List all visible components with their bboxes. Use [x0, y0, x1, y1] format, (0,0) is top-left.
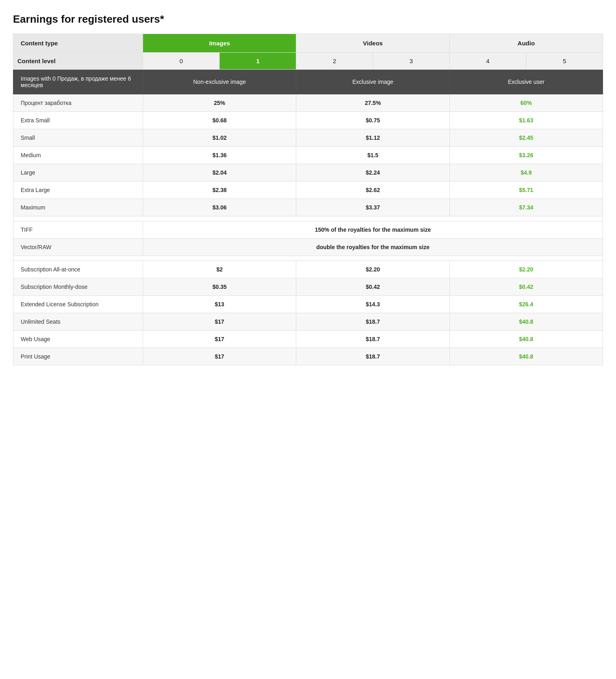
vector-value: double the royalties for the maximum siz… [143, 239, 603, 256]
row-val1: $0.68 [143, 112, 296, 129]
tiff-row: TIFF 150% of the royalties for the maxim… [13, 221, 603, 239]
row-val3: $5.71 [449, 181, 603, 199]
row-val1: $1.02 [143, 129, 296, 147]
row-label: Web Usage [13, 331, 143, 348]
row-val1: $17 [143, 313, 296, 331]
content-type-header-row: Content type Images Videos Audio [13, 34, 603, 53]
row-val3: $40.8 [449, 331, 603, 348]
row-val3: $4.9 [449, 164, 603, 181]
row-val2: 27.5% [296, 94, 449, 112]
row-label: Medium [13, 147, 143, 164]
row-val1: 25% [143, 94, 296, 112]
row-val1: $13 [143, 296, 296, 313]
dark-header-col3: Exclusive user [449, 70, 603, 94]
table-row: Small $1.02 $1.12 $2.45 [13, 129, 603, 147]
table-row: Maximum $3.06 $3.37 $7.34 [13, 199, 603, 216]
row-val2: $2.20 [296, 261, 449, 278]
row-val1: $2 [143, 261, 296, 278]
page-title: Earnings for registered users* [13, 13, 603, 26]
separator-row [13, 216, 603, 221]
vector-row: Vector/RAW double the royalties for the … [13, 239, 603, 256]
row-val3: $1.63 [449, 112, 603, 129]
table-row: Large $2.04 $2.24 $4.9 [13, 164, 603, 181]
row-val2: $18.7 [296, 331, 449, 348]
row-val1: $17 [143, 348, 296, 365]
table-row: Web Usage $17 $18.7 $40.8 [13, 331, 603, 348]
row-val3: $2.20 [449, 261, 603, 278]
row-label: Small [13, 129, 143, 147]
row-label: Large [13, 164, 143, 181]
row-val2: $0.42 [296, 278, 449, 296]
row-val3: 60% [449, 94, 603, 112]
dark-header-label: Images with 0 Продаж, в продаже менее 6 … [13, 70, 143, 94]
row-val1: $2.04 [143, 164, 296, 181]
content-level-label: Content level [13, 53, 143, 70]
videos-header[interactable]: Videos [296, 34, 449, 53]
content-level-header-row: Content level 0 1 2 3 4 5 [13, 53, 603, 70]
table-row: Medium $1.36 $1.5 $3.26 [13, 147, 603, 164]
table-row: Процент заработка 25% 27.5% 60% [13, 94, 603, 112]
vector-label: Vector/RAW [13, 239, 143, 256]
row-val3: $40.8 [449, 348, 603, 365]
row-label: Процент заработка [13, 94, 143, 112]
separator-row-2 [13, 256, 603, 261]
tiff-value: 150% of the royalties for the maximum si… [143, 221, 603, 239]
level-4[interactable]: 4 [449, 53, 526, 70]
row-label: Subscription Monthly-dose [13, 278, 143, 296]
row-val2: $2.62 [296, 181, 449, 199]
content-type-label: Content type [13, 34, 143, 53]
row-val1: $2.38 [143, 181, 296, 199]
table-row: Unlimited Seats $17 $18.7 $40.8 [13, 313, 603, 331]
row-val3: $7.34 [449, 199, 603, 216]
row-val2: $18.7 [296, 348, 449, 365]
row-label: Subscription All-at-once [13, 261, 143, 278]
table-row: Extended License Subscription $13 $14.3 … [13, 296, 603, 313]
table-row: Print Usage $17 $18.7 $40.8 [13, 348, 603, 365]
row-val2: $2.24 [296, 164, 449, 181]
level-1[interactable]: 1 [220, 53, 296, 70]
table-row: Extra Large $2.38 $2.62 $5.71 [13, 181, 603, 199]
row-val1: $1.36 [143, 147, 296, 164]
row-val1: $3.06 [143, 199, 296, 216]
dark-header-col2: Exclusive image [296, 70, 449, 94]
earnings-table: Content type Images Videos Audio Content… [13, 34, 603, 365]
level-0[interactable]: 0 [143, 53, 220, 70]
table-row: Subscription All-at-once $2 $2.20 $2.20 [13, 261, 603, 278]
table-row: Extra Small $0.68 $0.75 $1.63 [13, 112, 603, 129]
row-val2: $1.5 [296, 147, 449, 164]
audio-header[interactable]: Audio [449, 34, 603, 53]
row-label: Extra Small [13, 112, 143, 129]
row-label: Extra Large [13, 181, 143, 199]
row-val2: $18.7 [296, 313, 449, 331]
row-label: Unlimited Seats [13, 313, 143, 331]
images-header[interactable]: Images [143, 34, 296, 53]
row-val3: $3.26 [449, 147, 603, 164]
dark-header-col1: Non-exclusive image [143, 70, 296, 94]
row-val2: $3.37 [296, 199, 449, 216]
row-val3: $40.8 [449, 313, 603, 331]
row-val3: $26.4 [449, 296, 603, 313]
row-label: Print Usage [13, 348, 143, 365]
row-label: Maximum [13, 199, 143, 216]
tiff-label: TIFF [13, 221, 143, 239]
row-val2: $0.75 [296, 112, 449, 129]
level-2[interactable]: 2 [296, 53, 373, 70]
level-5[interactable]: 5 [526, 53, 603, 70]
table-row: Subscription Monthly-dose $0.35 $0.42 $0… [13, 278, 603, 296]
row-val2: $1.12 [296, 129, 449, 147]
row-label: Extended License Subscription [13, 296, 143, 313]
row-val1: $17 [143, 331, 296, 348]
row-val1: $0.35 [143, 278, 296, 296]
level-3[interactable]: 3 [373, 53, 449, 70]
row-val3: $0.42 [449, 278, 603, 296]
dark-header-row: Images with 0 Продаж, в продаже менее 6 … [13, 70, 603, 94]
row-val3: $2.45 [449, 129, 603, 147]
row-val2: $14.3 [296, 296, 449, 313]
